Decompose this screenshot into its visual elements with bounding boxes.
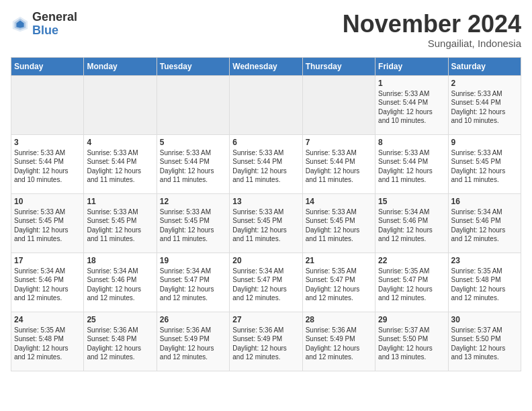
col-header-wednesday: Wednesday [230, 57, 302, 75]
col-header-saturday: Saturday [448, 57, 521, 75]
day-number: 18 [87, 256, 153, 265]
logo-general-text: General [32, 11, 77, 24]
col-header-sunday: Sunday [11, 57, 84, 75]
day-number: 11 [87, 197, 153, 206]
calendar-cell: 29Sunrise: 5:37 AM Sunset: 5:50 PM Dayli… [375, 312, 448, 371]
calendar-cell [230, 75, 302, 134]
day-details: Sunrise: 5:34 AM Sunset: 5:46 PM Dayligh… [378, 208, 445, 244]
calendar-week-row: 3Sunrise: 5:33 AM Sunset: 5:44 PM Daylig… [11, 134, 521, 193]
calendar-cell: 28Sunrise: 5:36 AM Sunset: 5:49 PM Dayli… [302, 312, 375, 371]
day-details: Sunrise: 5:33 AM Sunset: 5:44 PM Dayligh… [306, 148, 372, 185]
day-number: 17 [14, 256, 81, 265]
day-details: Sunrise: 5:33 AM Sunset: 5:44 PM Dayligh… [14, 148, 81, 185]
calendar-week-row: 1Sunrise: 5:33 AM Sunset: 5:44 PM Daylig… [11, 75, 521, 134]
calendar-cell: 27Sunrise: 5:36 AM Sunset: 5:49 PM Dayli… [230, 312, 302, 371]
day-details: Sunrise: 5:35 AM Sunset: 5:47 PM Dayligh… [306, 267, 372, 303]
logo-text: General Blue [32, 11, 77, 38]
calendar-cell: 12Sunrise: 5:33 AM Sunset: 5:45 PM Dayli… [157, 193, 229, 253]
day-number: 4 [87, 138, 153, 147]
day-number: 28 [306, 315, 372, 324]
day-number: 12 [160, 197, 226, 206]
calendar-cell: 3Sunrise: 5:33 AM Sunset: 5:44 PM Daylig… [11, 134, 84, 193]
day-details: Sunrise: 5:33 AM Sunset: 5:45 PM Dayligh… [160, 208, 226, 244]
calendar-cell: 10Sunrise: 5:33 AM Sunset: 5:45 PM Dayli… [11, 193, 84, 253]
day-details: Sunrise: 5:36 AM Sunset: 5:48 PM Dayligh… [87, 326, 153, 362]
day-details: Sunrise: 5:37 AM Sunset: 5:50 PM Dayligh… [451, 326, 518, 362]
calendar-cell: 15Sunrise: 5:34 AM Sunset: 5:46 PM Dayli… [375, 193, 448, 253]
day-number: 2 [451, 79, 518, 88]
calendar-cell: 9Sunrise: 5:33 AM Sunset: 5:45 PM Daylig… [448, 134, 521, 193]
day-details: Sunrise: 5:34 AM Sunset: 5:46 PM Dayligh… [14, 267, 81, 303]
calendar-cell: 19Sunrise: 5:34 AM Sunset: 5:47 PM Dayli… [157, 253, 229, 312]
day-number: 26 [160, 315, 226, 324]
day-number: 27 [232, 315, 299, 324]
calendar-week-row: 10Sunrise: 5:33 AM Sunset: 5:45 PM Dayli… [11, 193, 521, 253]
calendar-cell: 26Sunrise: 5:36 AM Sunset: 5:49 PM Dayli… [157, 312, 229, 371]
day-number: 8 [378, 138, 445, 147]
day-number: 5 [160, 138, 226, 147]
day-number: 25 [87, 315, 153, 324]
day-details: Sunrise: 5:35 AM Sunset: 5:48 PM Dayligh… [14, 326, 81, 362]
day-details: Sunrise: 5:36 AM Sunset: 5:49 PM Dayligh… [232, 326, 299, 362]
day-number: 30 [451, 315, 518, 324]
day-details: Sunrise: 5:34 AM Sunset: 5:47 PM Dayligh… [160, 267, 226, 303]
calendar-table: SundayMondayTuesdayWednesdayThursdayFrid… [11, 57, 521, 371]
day-details: Sunrise: 5:34 AM Sunset: 5:46 PM Dayligh… [451, 208, 518, 244]
day-number: 21 [306, 256, 372, 265]
day-details: Sunrise: 5:34 AM Sunset: 5:47 PM Dayligh… [232, 267, 299, 303]
calendar-week-row: 17Sunrise: 5:34 AM Sunset: 5:46 PM Dayli… [11, 253, 521, 312]
day-details: Sunrise: 5:33 AM Sunset: 5:44 PM Dayligh… [232, 148, 299, 185]
location-subtitle: Sungailiat, Indonesia [343, 38, 521, 49]
calendar-header-row: SundayMondayTuesdayWednesdayThursdayFrid… [11, 57, 521, 75]
day-number: 22 [378, 256, 445, 265]
logo: General Blue [11, 11, 77, 38]
calendar-cell: 11Sunrise: 5:33 AM Sunset: 5:45 PM Dayli… [84, 193, 157, 253]
day-number: 1 [378, 79, 445, 88]
day-details: Sunrise: 5:33 AM Sunset: 5:44 PM Dayligh… [87, 148, 153, 185]
calendar-cell: 5Sunrise: 5:33 AM Sunset: 5:44 PM Daylig… [157, 134, 229, 193]
day-number: 19 [160, 256, 226, 265]
day-number: 9 [451, 138, 518, 147]
day-number: 20 [232, 256, 299, 265]
day-details: Sunrise: 5:33 AM Sunset: 5:44 PM Dayligh… [378, 89, 445, 126]
day-number: 29 [378, 315, 445, 324]
day-details: Sunrise: 5:37 AM Sunset: 5:50 PM Dayligh… [378, 326, 445, 362]
calendar-cell: 2Sunrise: 5:33 AM Sunset: 5:44 PM Daylig… [448, 75, 521, 134]
calendar-cell: 21Sunrise: 5:35 AM Sunset: 5:47 PM Dayli… [302, 253, 375, 312]
day-number: 24 [14, 315, 81, 324]
logo-blue-text: Blue [32, 24, 77, 38]
calendar-cell: 6Sunrise: 5:33 AM Sunset: 5:44 PM Daylig… [230, 134, 302, 193]
calendar-cell [302, 75, 375, 134]
day-details: Sunrise: 5:33 AM Sunset: 5:45 PM Dayligh… [451, 148, 518, 185]
day-details: Sunrise: 5:36 AM Sunset: 5:49 PM Dayligh… [306, 326, 372, 362]
col-header-thursday: Thursday [302, 57, 375, 75]
day-details: Sunrise: 5:33 AM Sunset: 5:44 PM Dayligh… [451, 89, 518, 126]
day-details: Sunrise: 5:33 AM Sunset: 5:45 PM Dayligh… [306, 208, 372, 244]
day-number: 7 [306, 138, 372, 147]
logo-icon [11, 15, 30, 34]
col-header-monday: Monday [84, 57, 157, 75]
day-number: 6 [232, 138, 299, 147]
title-block: November 2024 Sungailiat, Indonesia [343, 11, 521, 49]
calendar-cell: 20Sunrise: 5:34 AM Sunset: 5:47 PM Dayli… [230, 253, 302, 312]
page-header: General Blue November 2024 Sungailiat, I… [11, 11, 521, 49]
calendar-cell [11, 75, 84, 134]
col-header-tuesday: Tuesday [157, 57, 229, 75]
calendar-week-row: 24Sunrise: 5:35 AM Sunset: 5:48 PM Dayli… [11, 312, 521, 371]
calendar-cell: 23Sunrise: 5:35 AM Sunset: 5:48 PM Dayli… [448, 253, 521, 312]
calendar-cell: 25Sunrise: 5:36 AM Sunset: 5:48 PM Dayli… [84, 312, 157, 371]
calendar-cell: 1Sunrise: 5:33 AM Sunset: 5:44 PM Daylig… [375, 75, 448, 134]
col-header-friday: Friday [375, 57, 448, 75]
day-details: Sunrise: 5:33 AM Sunset: 5:45 PM Dayligh… [87, 208, 153, 244]
calendar-cell: 13Sunrise: 5:33 AM Sunset: 5:45 PM Dayli… [230, 193, 302, 253]
day-details: Sunrise: 5:33 AM Sunset: 5:44 PM Dayligh… [378, 148, 445, 185]
calendar-cell: 30Sunrise: 5:37 AM Sunset: 5:50 PM Dayli… [448, 312, 521, 371]
calendar-cell: 4Sunrise: 5:33 AM Sunset: 5:44 PM Daylig… [84, 134, 157, 193]
day-number: 16 [451, 197, 518, 206]
calendar-cell: 22Sunrise: 5:35 AM Sunset: 5:47 PM Dayli… [375, 253, 448, 312]
day-number: 14 [306, 197, 372, 206]
day-number: 23 [451, 256, 518, 265]
month-title: November 2024 [343, 11, 521, 38]
calendar-cell: 17Sunrise: 5:34 AM Sunset: 5:46 PM Dayli… [11, 253, 84, 312]
day-details: Sunrise: 5:33 AM Sunset: 5:45 PM Dayligh… [14, 208, 81, 244]
